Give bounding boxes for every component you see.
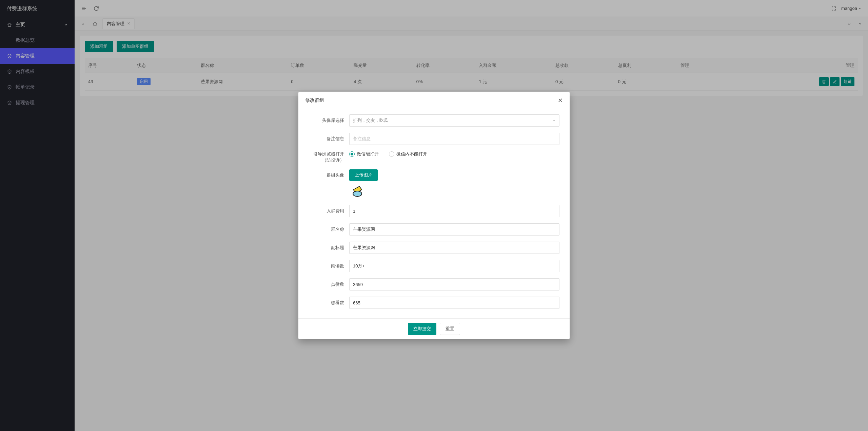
radio-label: 微信内不能打开	[396, 151, 427, 157]
avatar-lib-value: 扩列，交友，吃瓜	[353, 117, 388, 124]
wants-input[interactable]	[349, 297, 559, 309]
avatar-lib-select[interactable]: 扩列，交友，吃瓜	[349, 114, 559, 127]
reads-label: 阅读数	[305, 263, 349, 269]
avatar-preview	[350, 184, 365, 199]
remark-input[interactable]	[349, 133, 559, 145]
wants-label: 想看数	[305, 300, 349, 306]
subtitle-label: 副标题	[305, 245, 349, 251]
join-fee-input[interactable]	[349, 205, 559, 217]
reads-input[interactable]	[349, 260, 559, 272]
likes-label: 点赞数	[305, 281, 349, 287]
subtitle-input[interactable]	[349, 242, 559, 254]
avatar-lib-label: 头像库选择	[305, 117, 349, 124]
radio-icon	[349, 151, 355, 157]
upload-image-button[interactable]: 上传图片	[349, 169, 378, 181]
radio-label: 微信能打开	[357, 151, 379, 157]
modal-title: 修改群组	[305, 97, 324, 104]
radio-icon	[389, 151, 394, 157]
svg-point-6	[353, 191, 362, 196]
group-name-input[interactable]	[349, 223, 559, 236]
likes-input[interactable]	[349, 278, 559, 291]
modal-close-icon[interactable]: ✕	[558, 97, 563, 104]
radio-wechat-can-open[interactable]: 微信能打开	[349, 151, 379, 157]
modal-mask[interactable]: 修改群组 ✕ 头像库选择 扩列，交友，吃瓜 备注信息 引导浏览	[0, 0, 868, 431]
group-avatar-label: 群组头像	[305, 169, 349, 178]
radio-wechat-cannot-open[interactable]: 微信内不能打开	[389, 151, 427, 157]
reset-button[interactable]: 重置	[440, 323, 460, 335]
submit-button[interactable]: 立即提交	[408, 323, 436, 335]
remark-label: 备注信息	[305, 136, 349, 142]
svg-marker-4	[553, 120, 555, 121]
group-name-label: 群名称	[305, 226, 349, 232]
edit-group-modal: 修改群组 ✕ 头像库选择 扩列，交友，吃瓜 备注信息 引导浏览	[298, 92, 570, 339]
join-fee-label: 入群费用	[305, 208, 349, 214]
chevron-down-icon	[552, 119, 556, 122]
browser-guide-label: 引导浏览器打开（防投诉）	[305, 151, 349, 163]
